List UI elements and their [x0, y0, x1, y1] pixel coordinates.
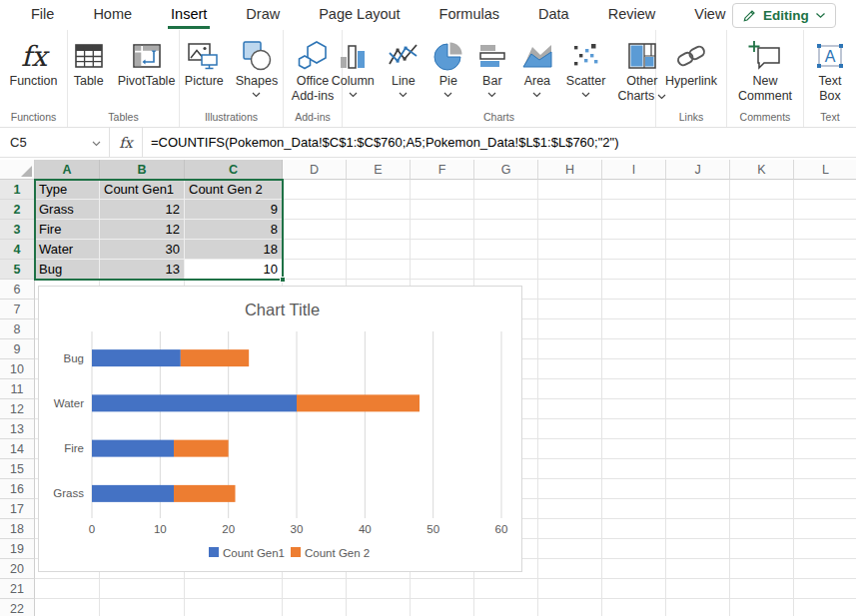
chevron-down-icon[interactable]: [92, 135, 101, 150]
cell-K2[interactable]: [730, 200, 794, 220]
cell-E4[interactable]: [347, 240, 411, 260]
column-header-E[interactable]: E: [347, 160, 411, 180]
cell-K20[interactable]: [730, 559, 794, 579]
cell-H1[interactable]: [538, 180, 602, 200]
cell-A4[interactable]: Water: [35, 240, 100, 260]
cell-L11[interactable]: [794, 379, 856, 399]
cell-H18[interactable]: [538, 519, 602, 539]
cell-C2[interactable]: 9: [185, 200, 283, 220]
cell-H20[interactable]: [538, 559, 602, 579]
cell-L6[interactable]: [794, 280, 856, 300]
cell-F2[interactable]: [411, 200, 474, 220]
cell-D1[interactable]: [283, 180, 347, 200]
cell-I20[interactable]: [602, 559, 666, 579]
cell-K8[interactable]: [730, 319, 794, 339]
cell-I21[interactable]: [602, 579, 666, 599]
cell-J3[interactable]: [666, 220, 730, 240]
insert-function-button[interactable]: fx: [110, 128, 143, 157]
row-header-1[interactable]: 1: [0, 180, 35, 200]
cell-I7[interactable]: [602, 300, 666, 319]
cell-J18[interactable]: [666, 519, 730, 539]
cell-A5[interactable]: Bug: [35, 260, 100, 280]
cell-H21[interactable]: [538, 579, 602, 599]
row-header-12[interactable]: 12: [0, 399, 35, 419]
cell-L16[interactable]: [794, 479, 856, 499]
menu-tab-home[interactable]: Home: [92, 1, 133, 29]
cell-J8[interactable]: [666, 319, 730, 339]
cell-A3[interactable]: Fire: [35, 220, 100, 240]
pivottable-button[interactable]: PivotTable: [115, 36, 179, 91]
select-all-corner[interactable]: [0, 160, 35, 180]
cell-H12[interactable]: [538, 399, 602, 419]
hyperlink-button[interactable]: Hyperlink: [662, 36, 720, 91]
cell-A21[interactable]: [35, 579, 100, 599]
menu-tab-draw[interactable]: Draw: [245, 1, 281, 29]
menu-tab-data[interactable]: Data: [537, 1, 570, 29]
cell-I17[interactable]: [602, 499, 666, 519]
cell-G5[interactable]: [474, 260, 538, 280]
cell-L22[interactable]: [794, 599, 856, 616]
cell-J17[interactable]: [666, 499, 730, 519]
cell-I3[interactable]: [602, 220, 666, 240]
cell-I11[interactable]: [602, 379, 666, 399]
cell-E21[interactable]: [347, 579, 411, 599]
legend-label-gen1[interactable]: Count Gen1: [223, 547, 285, 559]
cell-H14[interactable]: [538, 439, 602, 459]
cell-J4[interactable]: [666, 240, 730, 260]
cell-K11[interactable]: [730, 379, 794, 399]
cell-K13[interactable]: [730, 419, 794, 439]
cell-I9[interactable]: [602, 339, 666, 359]
cell-J19[interactable]: [666, 539, 730, 559]
cell-K19[interactable]: [730, 539, 794, 559]
cell-K6[interactable]: [730, 280, 794, 300]
cell-E2[interactable]: [347, 200, 411, 220]
column-header-L[interactable]: L: [794, 160, 856, 180]
bar-button[interactable]: Bar: [473, 36, 511, 100]
cell-K4[interactable]: [730, 240, 794, 260]
cell-K1[interactable]: [730, 180, 794, 200]
cell-D3[interactable]: [283, 220, 347, 240]
cell-L2[interactable]: [794, 200, 856, 220]
cell-L10[interactable]: [794, 359, 856, 379]
cell-I4[interactable]: [602, 240, 666, 260]
cell-K10[interactable]: [730, 359, 794, 379]
cell-E22[interactable]: [347, 599, 411, 616]
cell-I14[interactable]: [602, 439, 666, 459]
cell-I1[interactable]: [602, 180, 666, 200]
cell-C22[interactable]: [185, 599, 283, 616]
cell-F1[interactable]: [411, 180, 474, 200]
column-header-K[interactable]: K: [730, 160, 794, 180]
cell-B4[interactable]: 30: [100, 240, 185, 260]
cell-D22[interactable]: [283, 599, 347, 616]
row-header-17[interactable]: 17: [0, 499, 35, 519]
function-button[interactable]: fxFunction: [7, 36, 61, 91]
cell-J7[interactable]: [666, 300, 730, 319]
cell-L12[interactable]: [794, 399, 856, 419]
row-header-14[interactable]: 14: [0, 439, 35, 459]
cell-F3[interactable]: [411, 220, 474, 240]
menu-tab-file[interactable]: File: [30, 1, 55, 29]
cell-B3[interactable]: 12: [100, 220, 185, 240]
cell-G2[interactable]: [474, 200, 538, 220]
cell-J10[interactable]: [666, 359, 730, 379]
cell-D5[interactable]: [283, 260, 347, 280]
cell-K17[interactable]: [730, 499, 794, 519]
row-header-13[interactable]: 13: [0, 419, 35, 439]
cell-K16[interactable]: [730, 479, 794, 499]
cell-H19[interactable]: [538, 539, 602, 559]
cell-I2[interactable]: [602, 200, 666, 220]
cell-K21[interactable]: [730, 579, 794, 599]
cell-F5[interactable]: [411, 260, 474, 280]
pie-button[interactable]: Pie: [429, 36, 467, 100]
menu-tab-formulas[interactable]: Formulas: [438, 1, 500, 29]
cell-H3[interactable]: [538, 220, 602, 240]
cell-L4[interactable]: [794, 240, 856, 260]
cell-A2[interactable]: Grass: [35, 200, 100, 220]
cell-I22[interactable]: [602, 599, 666, 616]
row-header-20[interactable]: 20: [0, 559, 35, 579]
cell-L1[interactable]: [794, 180, 856, 200]
bar-segment-gen1-water[interactable]: [92, 394, 297, 411]
cell-F4[interactable]: [411, 240, 474, 260]
cell-K5[interactable]: [730, 260, 794, 280]
column-header-J[interactable]: J: [666, 160, 730, 180]
